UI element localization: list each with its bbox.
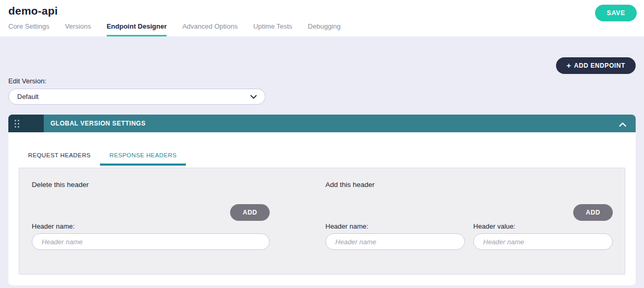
- add-header-title: Add this header: [325, 181, 613, 189]
- content-area: + ADD ENDPOINT Edit Version: Default GLO…: [0, 36, 644, 288]
- drag-handle[interactable]: [8, 115, 44, 132]
- plus-icon: +: [566, 63, 571, 68]
- add-header-name-input[interactable]: [325, 233, 465, 250]
- drag-dots-icon: [15, 120, 19, 128]
- card-body: REQUEST HEADERS RESPONSE HEADERS Delete …: [8, 132, 636, 285]
- tab-advanced-options[interactable]: Advanced Options: [182, 22, 237, 36]
- add-endpoint-button[interactable]: + ADD ENDPOINT: [556, 57, 636, 74]
- headers-tab-bar: REQUEST HEADERS RESPONSE HEADERS: [19, 152, 625, 166]
- add-header-value-input[interactable]: [473, 233, 613, 250]
- add-endpoint-label: ADD ENDPOINT: [574, 62, 625, 69]
- delete-header-name-label: Header name:: [32, 222, 270, 230]
- tab-debugging[interactable]: Debugging: [308, 22, 340, 36]
- save-button[interactable]: SAVE: [595, 5, 637, 21]
- global-version-settings-card: GLOBAL VERSION SETTINGS REQUEST HEADERS …: [8, 115, 636, 285]
- add-header-value-label: Header value:: [473, 222, 613, 230]
- tab-response-headers[interactable]: RESPONSE HEADERS: [100, 152, 186, 166]
- version-select-value: Default: [17, 93, 39, 101]
- page-header: demo-api SAVE Core Settings Versions End…: [0, 0, 644, 36]
- add-header-name-label: Header name:: [325, 222, 465, 230]
- tab-endpoint-designer[interactable]: Endpoint Designer: [107, 22, 167, 36]
- delete-header-name-input[interactable]: [32, 233, 270, 250]
- edit-version-block: Edit Version: Default: [8, 77, 636, 105]
- add-endpoint-row: + ADD ENDPOINT: [8, 36, 636, 74]
- tab-uptime-tests[interactable]: Uptime Tests: [253, 22, 292, 36]
- page-title: demo-api: [8, 0, 636, 17]
- tab-request-headers[interactable]: REQUEST HEADERS: [19, 152, 100, 166]
- edit-version-label: Edit Version:: [8, 77, 636, 85]
- chevron-down-icon: [250, 93, 257, 101]
- delete-header-title: Delete this header: [32, 181, 270, 189]
- delete-header-add-button[interactable]: ADD: [230, 204, 270, 221]
- version-select[interactable]: Default: [8, 89, 266, 105]
- add-header-add-button[interactable]: ADD: [573, 204, 613, 221]
- chevron-up-icon[interactable]: [619, 120, 626, 129]
- card-bar-title: GLOBAL VERSION SETTINGS: [50, 120, 146, 127]
- add-header-section: Add this header ADD Header name: Header …: [325, 181, 613, 274]
- global-version-settings-header[interactable]: GLOBAL VERSION SETTINGS: [8, 115, 636, 132]
- main-tab-bar: Core Settings Versions Endpoint Designer…: [8, 22, 340, 36]
- response-headers-panel: Delete this header ADD Header name: Add …: [19, 168, 625, 274]
- delete-header-section: Delete this header ADD Header name:: [32, 181, 270, 274]
- tab-core-settings[interactable]: Core Settings: [8, 22, 49, 36]
- tab-versions[interactable]: Versions: [65, 22, 91, 36]
